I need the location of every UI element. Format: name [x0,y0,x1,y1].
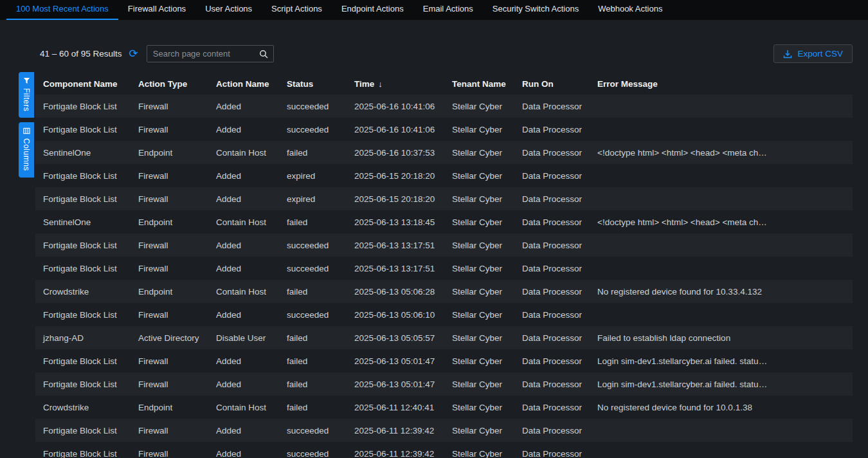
table-cell: Added [208,234,279,257]
table-cell: Added [208,257,279,280]
table-cell: Stellar Cyber [444,442,514,458]
table-cell: failed [279,210,347,234]
tab-email-actions[interactable]: Email Actions [413,0,483,20]
tab-script-actions[interactable]: Script Actions [262,0,332,20]
table-cell: Data Processor [514,164,590,187]
table-row[interactable]: Fortigate Block ListFirewallAddedsucceed… [35,442,853,458]
actions-table: Component NameAction TypeAction NameStat… [35,73,853,458]
table-row[interactable]: Fortigate Block ListFirewallAddedsucceed… [35,257,853,280]
table-cell: succeeded [279,118,347,141]
column-header-action-type[interactable]: Action Type [131,73,208,95]
column-header-run-on[interactable]: Run On [514,73,590,95]
table-cell: Fortigate Block List [35,419,131,442]
table-cell [590,95,853,118]
table-cell: jzhang-AD [35,326,131,349]
table-row[interactable]: Fortigate Block ListFirewallAddedfailed2… [35,372,853,396]
table-cell: Added [208,118,279,141]
table-cell: Stellar Cyber [444,187,514,210]
table-cell: Data Processor [514,257,590,280]
table-cell: 2025-06-13 05:06:10 [347,303,444,326]
columns-side-tab[interactable]: Columns [19,122,34,178]
table-row[interactable]: Fortigate Block ListFirewallAddedsucceed… [35,419,853,442]
table-row[interactable]: Fortigate Block ListFirewallAddedfailed2… [35,349,853,372]
table-cell: Stellar Cyber [444,280,514,303]
tab-user-actions[interactable]: User Actions [195,0,262,20]
download-icon [783,50,792,59]
table-row[interactable]: Fortigate Block ListFirewallAddedsucceed… [35,118,853,141]
table-cell: Firewall [131,349,208,372]
table-cell: Firewall [131,164,208,187]
tab-100-most-recent-actions[interactable]: 100 Most Recent Actions [6,0,118,20]
table-cell: Added [208,95,279,118]
table-cell: Crowdstrike [35,280,131,303]
table-cell [590,187,853,210]
table-cell: Data Processor [514,372,590,396]
column-header-tenant-name[interactable]: Tenant Name [444,73,514,95]
column-header-label: Time [354,79,374,89]
column-header-time[interactable]: Time↓ [347,73,444,95]
table-cell: Stellar Cyber [444,164,514,187]
table-cell: Data Processor [514,210,590,234]
column-header-component-name[interactable]: Component Name [35,73,131,95]
table-cell: 2025-06-11 12:39:42 [347,442,444,458]
table-cell: Disable User [208,326,279,349]
refresh-icon[interactable]: ⟳ [129,48,138,59]
column-header-label: Tenant Name [452,79,506,89]
tab-endpoint-actions[interactable]: Endpoint Actions [332,0,413,20]
table-cell [590,303,853,326]
search-input[interactable] [147,49,257,59]
search-icon[interactable] [257,50,273,59]
table-row[interactable]: Fortigate Block ListFirewallAddedsucceed… [35,303,853,326]
table-cell: Stellar Cyber [444,118,514,141]
table-cell: Stellar Cyber [444,326,514,349]
table-row[interactable]: SentinelOneEndpointContain Hostfailed202… [35,141,853,164]
column-header-label: Component Name [43,79,118,89]
table-cell: succeeded [279,303,347,326]
column-header-status[interactable]: Status [279,73,347,95]
table-row[interactable]: jzhang-ADActive DirectoryDisable Userfai… [35,326,853,349]
table-row[interactable]: Fortigate Block ListFirewallAddedsucceed… [35,95,853,118]
table-cell: <!doctype html> <html> <head> <meta ch… [590,210,853,234]
table-cell: expired [279,164,347,187]
tab-firewall-actions[interactable]: Firewall Actions [118,0,195,20]
table-cell: Contain Host [208,141,279,164]
table-row[interactable]: Fortigate Block ListFirewallAddedsucceed… [35,234,853,257]
table-row[interactable]: Fortigate Block ListFirewallAddedexpired… [35,187,853,210]
table-row[interactable]: SentinelOneEndpointContain Hostfailed202… [35,210,853,234]
tab-security-switch-actions[interactable]: Security Switch Actions [483,0,588,20]
filters-side-tab[interactable]: Filters [19,72,34,118]
tab-bar: 100 Most Recent ActionsFirewall ActionsU… [0,0,868,20]
table-cell: Fortigate Block List [35,118,131,141]
table-cell: Data Processor [514,349,590,372]
table-cell [590,234,853,257]
table-cell: succeeded [279,234,347,257]
table-cell: 2025-06-15 20:18:20 [347,164,444,187]
table-cell [590,257,853,280]
table-cell: Firewall [131,442,208,458]
table-cell: Added [208,164,279,187]
filters-side-tab-label: Filters [22,88,31,111]
tab-webhook-actions[interactable]: Webhook Actions [588,0,672,20]
column-header-error-message[interactable]: Error Message [590,73,853,95]
column-header-action-name[interactable]: Action Name [208,73,279,95]
table-row[interactable]: CrowdstrikeEndpointContain Hostfailed202… [35,396,853,419]
table-cell: Fortigate Block List [35,95,131,118]
table-cell: Fortigate Block List [35,164,131,187]
table-cell: Stellar Cyber [444,303,514,326]
table-cell: Fortigate Block List [35,257,131,280]
table-cell: 2025-06-16 10:37:53 [347,141,444,164]
column-header-label: Action Type [138,79,187,89]
table-cell: failed [279,349,347,372]
table-row[interactable]: Fortigate Block ListFirewallAddedexpired… [35,164,853,187]
table-row[interactable]: CrowdstrikeEndpointContain Hostfailed202… [35,280,853,303]
table-cell: Firewall [131,257,208,280]
table-cell: Stellar Cyber [444,95,514,118]
table-cell: Data Processor [514,141,590,164]
table-cell: Stellar Cyber [444,349,514,372]
table-cell: Data Processor [514,442,590,458]
table-cell: No registered device found for 10.0.1.38 [590,396,853,419]
table-cell: 2025-06-13 05:06:28 [347,280,444,303]
sort-desc-icon: ↓ [378,79,383,89]
table-cell: Firewall [131,303,208,326]
export-csv-button[interactable]: Export CSV [773,44,853,63]
